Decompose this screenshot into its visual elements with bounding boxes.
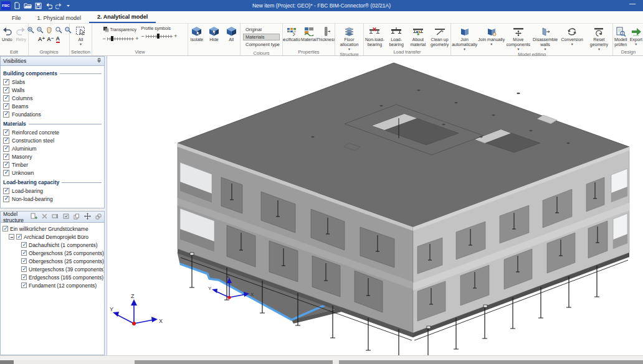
checkbox[interactable] (21, 258, 27, 264)
checkbox[interactable] (3, 95, 9, 101)
checkbox[interactable] (3, 146, 9, 152)
join-automatically-button[interactable]: Join automatically (451, 24, 478, 51)
taskbar-segment[interactable] (135, 360, 333, 364)
visibility-foundations[interactable]: Foundations (3, 110, 104, 118)
specifications-button[interactable]: Specifications (283, 24, 300, 49)
tree-node-floor[interactable]: Fundament (12 components) (2, 281, 103, 289)
checkbox[interactable] (16, 234, 22, 240)
checkbox[interactable] (3, 87, 9, 93)
check-model-button[interactable]: Modell prüfen (613, 24, 629, 49)
checkbox[interactable] (21, 266, 27, 272)
disassemble-walls-button[interactable]: Disassemble walls (532, 24, 559, 51)
about-material-button[interactable]: About material (407, 24, 429, 49)
model-3d-view[interactable]: Z Y X Z Y X (107, 56, 643, 355)
undo-quick-icon[interactable] (45, 2, 52, 9)
thickness-button[interactable]: Thickness (317, 24, 335, 49)
move-icon[interactable] (84, 213, 91, 221)
quick-access-dropdown-icon[interactable] (66, 3, 70, 8)
tree-node-floor[interactable]: Dachaufsicht (1 components) (2, 241, 103, 249)
checkbox[interactable] (21, 282, 27, 288)
non-load-bearing-button[interactable]: Non-load- bearing (364, 24, 386, 49)
visibility-construction-steel[interactable]: Construction steel (3, 136, 104, 144)
visibility-walls[interactable]: Walls (3, 86, 104, 94)
checkbox[interactable] (21, 242, 27, 248)
visibility-columns[interactable]: Columns (3, 94, 104, 102)
tab-physical-model[interactable]: 1. Physical model (29, 13, 90, 23)
visibility-timber[interactable]: Timber (3, 161, 104, 169)
profile-slider[interactable] (146, 34, 173, 39)
zoom-out-icon[interactable] (36, 26, 44, 35)
checkbox[interactable] (21, 274, 27, 280)
conversion-button[interactable]: Conversion (559, 24, 586, 51)
colours-original-button[interactable]: Original (243, 26, 280, 33)
load-bearing-button[interactable]: Load- bearing (386, 24, 407, 49)
profile-plus[interactable]: + (174, 33, 177, 39)
colours-materials-button[interactable]: Materials (243, 34, 280, 40)
checkbox[interactable] (3, 162, 9, 168)
colours-component-type-button[interactable]: Component type (243, 41, 280, 48)
redo-quick-icon[interactable] (55, 2, 63, 9)
checkbox[interactable] (3, 188, 9, 194)
minimize-button[interactable]: — (629, 0, 636, 7)
visibility-reinforced-concrete[interactable]: Reinforced concrete (3, 128, 104, 136)
taskbar-segment[interactable] (0, 360, 14, 364)
tab-analytical-model[interactable]: 2. Analytical model (89, 12, 156, 23)
visibility-aluminium[interactable]: Aluminium (3, 144, 104, 152)
clean-up-geometry-button[interactable]: Clean up geometry (429, 24, 450, 49)
hide-button[interactable]: Hide (206, 24, 223, 49)
tree-node-project[interactable]: Archicad Demoprojekt Büro (2, 233, 103, 241)
tree-node-floor[interactable]: Erdgeschoss (165 components) (2, 273, 103, 281)
save-icon[interactable] (35, 2, 42, 9)
checkbox[interactable] (3, 138, 9, 144)
transparency-slider[interactable] (107, 36, 134, 41)
visibility-load-bearing[interactable]: Load-bearing (3, 187, 104, 195)
material-button[interactable]: Material (300, 24, 318, 49)
checkbox[interactable] (3, 196, 9, 202)
select-all-button[interactable]: All (70, 24, 92, 49)
tree-node-floor[interactable]: Obergeschoss (25 components) (2, 257, 103, 265)
font-increase-icon[interactable]: A⁺ (38, 37, 45, 42)
new-file-icon[interactable] (14, 2, 21, 9)
tree-node-floor[interactable]: Untergeschoss (39 components) (2, 265, 103, 273)
tab-file[interactable]: File (4, 13, 29, 23)
font-color-icon[interactable]: A (56, 36, 60, 43)
reset-geometry-button[interactable]: Reset geometry (586, 24, 612, 51)
tree-node-root[interactable]: Ein willkürlicher Grundstückname (2, 225, 103, 233)
open-file-icon[interactable] (24, 2, 32, 9)
show-all-button[interactable]: All (222, 24, 240, 49)
copy-icon[interactable] (74, 213, 80, 221)
visibility-beams[interactable]: Beams (3, 102, 104, 110)
taskbar-segment[interactable] (339, 360, 643, 364)
checkbox[interactable] (3, 103, 9, 110)
checkbox[interactable] (3, 129, 9, 136)
properties-icon[interactable] (63, 213, 69, 220)
checkbox[interactable] (3, 154, 9, 160)
transparency-minus[interactable]: − (103, 35, 106, 42)
checkbox[interactable] (3, 111, 9, 118)
zoom-window-icon[interactable] (55, 26, 62, 35)
export-button[interactable]: Export (629, 24, 643, 49)
tree-node-floor[interactable]: Obergeschoss (25 components) (2, 249, 103, 257)
rename-icon[interactable] (52, 213, 59, 220)
pin-icon[interactable] (97, 58, 102, 65)
move-components-button[interactable]: Move components (505, 24, 531, 51)
isolate-button[interactable]: Isolate (188, 24, 206, 49)
floor-allocation-button[interactable]: Floor allocation (335, 24, 363, 51)
pan-icon[interactable] (45, 26, 53, 35)
visibility-slabs[interactable]: Slabs (3, 78, 104, 86)
checkbox[interactable] (2, 226, 8, 231)
undo-button[interactable]: Undo (0, 24, 14, 49)
join-manually-button[interactable]: Join manually (478, 24, 505, 51)
profile-minus[interactable]: − (141, 33, 145, 39)
delete-icon[interactable] (42, 213, 47, 220)
app-logo[interactable]: FBC (1, 1, 11, 10)
collapse-icon[interactable] (9, 234, 14, 240)
zoom-in-icon[interactable] (27, 26, 34, 35)
checkbox[interactable] (21, 250, 27, 256)
transparency-plus[interactable]: + (135, 35, 138, 42)
visibility-non-load-bearing[interactable]: Non-load-bearing (3, 195, 104, 203)
link-icon[interactable] (95, 213, 102, 221)
checkbox[interactable] (3, 79, 9, 85)
visibility-unknown[interactable]: Unknown (3, 169, 104, 177)
checkbox[interactable] (3, 170, 9, 176)
